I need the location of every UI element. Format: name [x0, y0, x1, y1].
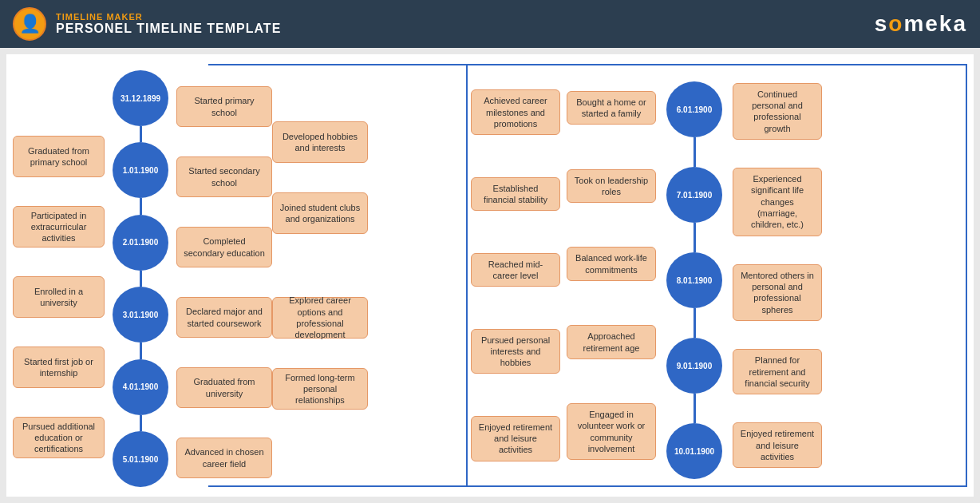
list-item: Engaged in volunteer work or community i…: [567, 403, 656, 460]
list-item: Established financial stability: [471, 177, 560, 212]
avatar: 👤: [13, 7, 46, 41]
timeline-node-6: 5.01.1900: [113, 431, 168, 487]
timeline-line: [140, 198, 142, 214]
header-title: PERSONEL TIMELINE TEMPLATE: [56, 22, 281, 36]
timeline-node-1: 31.12.1899: [113, 70, 168, 126]
bottom-connector: [208, 485, 469, 487]
right-col-3: Continued personal and professional grow…: [729, 72, 825, 479]
list-item: Advanced in chosen career field: [176, 438, 272, 478]
header-titles: TIMELINE MAKER PERSONEL TIMELINE TEMPLAT…: [56, 12, 281, 36]
list-item: Enjoyed retirement and leisure activitie…: [733, 422, 822, 468]
list-item: Enjoyed retirement and leisure activitie…: [471, 416, 560, 461]
right-col-2: Bought a home or started a family Took o…: [563, 72, 659, 479]
right-timeline-node-5: 10.01.1900: [666, 423, 722, 479]
list-item: Achieved career milestones and promotion…: [471, 89, 560, 135]
list-item: Balanced work-life commitments: [567, 247, 656, 281]
timeline-line: [694, 223, 696, 252]
list-item: Participated in extracurricular activiti…: [13, 206, 105, 248]
list-item: Started secondary school: [176, 156, 272, 197]
right-timeline-node-3: 8.01.1900: [666, 252, 722, 308]
list-item: Explored career options and professional…: [272, 297, 368, 339]
list-item: Mentored others in personal and professi…: [733, 264, 822, 321]
col-right-items: Started primary school Started secondary…: [176, 64, 272, 487]
timeline-line: [694, 137, 696, 167]
top-connector: [208, 64, 469, 65]
list-item: Enrolled in a university: [13, 276, 105, 318]
list-item: Developed hobbies and interests: [272, 121, 368, 163]
timeline-node-3: 2.01.1900: [113, 215, 168, 271]
right-timeline: 6.01.1900 7.01.1900 8.01.1900 9.01.1900 …: [659, 72, 729, 479]
list-item: Approached retirement age: [567, 325, 656, 359]
list-item: Continued personal and professional grow…: [733, 83, 822, 140]
timeline-line: [140, 126, 142, 142]
page-content: Graduated from primary school Participat…: [13, 64, 967, 487]
timeline-line: [694, 394, 696, 423]
list-item: Completed secondary education: [176, 227, 272, 267]
panel-right: Achieved career milestones and promotion…: [466, 64, 967, 487]
header-left: 👤 TIMELINE MAKER PERSONEL TIMELINE TEMPL…: [13, 7, 281, 41]
panel-left: Graduated from primary school Participat…: [13, 64, 460, 487]
list-item: Reached mid-career level: [471, 253, 560, 287]
col-far-right-items: Developed hobbies and interests Joined s…: [272, 64, 368, 487]
list-item: Planned for retirement and financial sec…: [733, 349, 822, 394]
right-timeline-node-1: 6.01.1900: [666, 81, 722, 137]
list-item: Graduated from university: [176, 367, 272, 408]
list-item: Joined student clubs and organizations: [272, 192, 368, 234]
right-col-1: Achieved career milestones and promotion…: [468, 72, 563, 479]
header: 👤 TIMELINE MAKER PERSONEL TIMELINE TEMPL…: [0, 0, 980, 48]
timeline-line: [140, 271, 142, 287]
timeline-line: [694, 308, 696, 338]
col-left-items: Graduated from primary school Participat…: [13, 64, 105, 487]
logo: someka: [875, 11, 967, 37]
timeline-node-4: 3.01.1900: [113, 287, 168, 343]
list-item: Experienced significant life changes (ma…: [733, 168, 822, 236]
list-item: Took on leadership roles: [567, 169, 656, 204]
right-timeline-node-2: 7.01.1900: [666, 167, 722, 223]
timeline-node-2: 1.01.1900: [113, 142, 168, 198]
list-item: Graduated from primary school: [13, 136, 105, 177]
main-content: Graduated from primary school Participat…: [6, 54, 974, 497]
left-timeline: 31.12.1899 1.01.1900 2.01.1900 3.01.1900: [105, 64, 176, 487]
right-timeline-node-4: 9.01.1900: [666, 338, 722, 394]
list-item: Bought a home or started a family: [567, 91, 656, 125]
header-subtitle: TIMELINE MAKER: [56, 12, 281, 22]
timeline-line: [140, 343, 142, 358]
list-item: Declared major and started coursework: [176, 297, 272, 338]
timeline-line: [140, 415, 142, 431]
timeline-node-5: 4.01.1900: [113, 359, 168, 415]
list-item: Started primary school: [176, 86, 272, 127]
list-item: Formed long-term personal relationships: [272, 368, 368, 410]
list-item: Pursued additional education or certific…: [13, 417, 105, 458]
list-item: Started first job or internship: [13, 347, 105, 388]
list-item: Pursued personal interests and hobbies: [471, 329, 560, 374]
